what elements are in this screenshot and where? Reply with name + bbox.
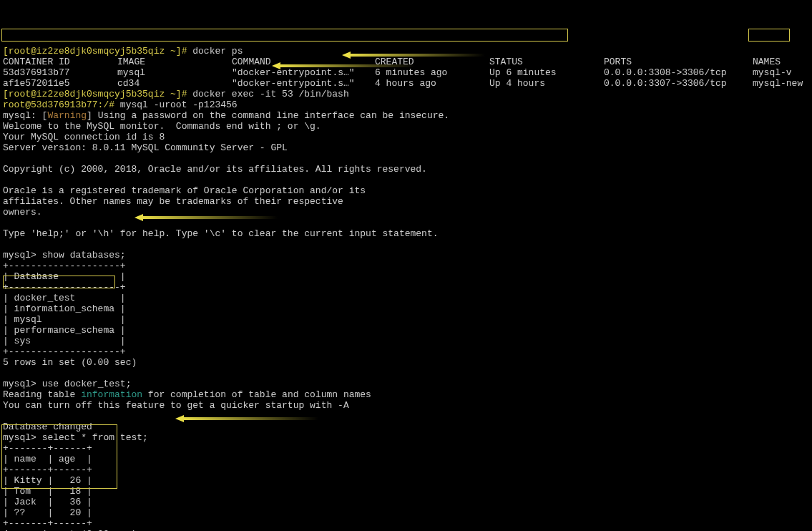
db-table-row: | docker_test | (3, 293, 126, 303)
db-table-row: | sys | (3, 336, 126, 346)
db-table-row: | mysql | (3, 314, 126, 325)
test-table-border: +-------+------+ (3, 464, 92, 475)
mysql-trademark: affiliates. Other names may be trademark… (3, 196, 343, 207)
test-table-row: | Tom | 18 | (3, 486, 92, 497)
db-table-row: | performance_schema | (3, 325, 126, 336)
mysql-trademark: owners. (3, 207, 42, 218)
mysql-server-version: Server version: 8.0.11 MySQL Community S… (3, 142, 288, 153)
mysql-prompt: mysql> (3, 379, 36, 389)
db-table-border: +--------------------+ (3, 260, 126, 271)
db-table-header: | Database | (3, 271, 126, 282)
terminal-output: [root@iz2ze8djk0smqcyj5b35qiz ~]# docker… (3, 46, 809, 531)
mysql-trademark: Oracle is a registered trademark of Orac… (3, 185, 366, 196)
mysql-help: Type 'help;' or '\h' for help. Type '\c'… (3, 228, 439, 239)
reading-table-info: Reading table information for completion… (3, 389, 371, 400)
test-table-row: | Kitty | 26 | (3, 475, 92, 486)
shell-prompt: [root@iz2ze8djk0smqcyj5b35qiz ~]# (3, 46, 187, 57)
command-select: select * from test; (42, 432, 148, 443)
test-table-row: | Jack | 36 | (3, 497, 92, 507)
db-table-border: +--------------------+ (3, 346, 126, 357)
mysql-copyright: Copyright (c) 2000, 2018, Oracle and/or … (3, 164, 427, 175)
reading-table-hint: You can turn off this feature to get a q… (3, 400, 349, 411)
ps-row: 53d376913b77mysql"docker-entrypoint.s…"6… (3, 67, 792, 78)
mysql-prompt: mysql> (3, 250, 36, 260)
container-prompt: root@53d376913b77:/# (3, 99, 114, 110)
database-changed: Database changed (3, 422, 92, 432)
db-rows-count: 5 rows in set (0.00 sec) (3, 357, 137, 368)
command-docker-ps: docker ps (192, 46, 243, 57)
db-table-border: +--------------------+ (3, 282, 126, 293)
shell-prompt: [root@iz2ze8djk0smqcyj5b35qiz ~]# (3, 89, 187, 99)
mysql-welcome: Welcome to the MySQL monitor. Commands e… (3, 121, 321, 132)
test-table-header: | name | age | (3, 454, 92, 464)
ps-header: CONTAINER IDIMAGECOMMANDCREATEDSTATUSPOR… (3, 57, 781, 67)
command-docker-exec: docker exec -it 53 /bin/bash (192, 89, 348, 99)
command-use-db: use docker_test; (42, 379, 132, 389)
highlight-box (748, 29, 790, 42)
test-table-border: +-------+------+ (3, 518, 92, 529)
test-table-row: | ?? | 20 | (3, 507, 92, 518)
db-table-row: | information_schema | (3, 303, 126, 314)
command-show-databases: show databases; (42, 250, 126, 260)
mysql-warning-line: mysql: [Warning] Using a password on the… (3, 110, 449, 121)
test-table-border: +-------+------+ (3, 443, 92, 454)
mysql-prompt: mysql> (3, 432, 36, 443)
ps-row: af1e572011e5cd34"docker-entrypoint.s…"4 … (3, 78, 803, 89)
command-mysql-login: mysql -uroot -p123456 (120, 99, 238, 110)
highlight-box (1, 29, 568, 42)
mysql-conn-id: Your MySQL connection id is 8 (3, 132, 165, 142)
